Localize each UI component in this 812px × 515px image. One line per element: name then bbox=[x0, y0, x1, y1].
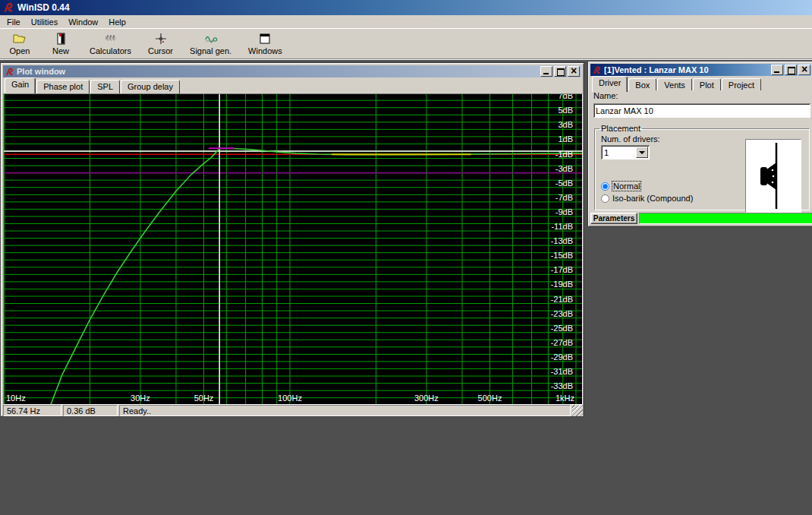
svg-text:-23dB: -23dB bbox=[551, 309, 573, 318]
plot-window-title: Plot window bbox=[17, 67, 540, 76]
svg-text:50Hz: 50Hz bbox=[194, 393, 214, 403]
name-label: Name: bbox=[593, 91, 618, 100]
svg-text:-11dB: -11dB bbox=[551, 222, 573, 231]
placement-legend: Placement bbox=[600, 124, 642, 133]
plot-window-title-bar[interactable]: Plot window bbox=[3, 65, 581, 77]
status-message: Ready.. bbox=[119, 405, 571, 416]
svg-text:1kHz: 1kHz bbox=[555, 393, 574, 403]
windows-button[interactable]: Windows bbox=[244, 30, 287, 58]
driver-window-icon bbox=[592, 65, 602, 75]
placement-groupbox: Placement Num. of drivers: 1 Normal Iso-… bbox=[594, 124, 810, 210]
new-label: New bbox=[52, 46, 69, 55]
toolbar: Open New Calculators Cursor Signal g bbox=[0, 28, 812, 58]
open-folder-icon bbox=[12, 32, 27, 46]
svg-text:-17dB: -17dB bbox=[551, 265, 573, 274]
driver-name-input[interactable] bbox=[593, 103, 810, 118]
svg-text:10Hz: 10Hz bbox=[6, 393, 26, 403]
parameters-row: Parameters bbox=[590, 213, 812, 224]
svg-text:-7dB: -7dB bbox=[555, 193, 573, 202]
driver-close-button[interactable] bbox=[798, 65, 810, 75]
tab-spl[interactable]: SPL bbox=[90, 80, 120, 93]
plot-close-button[interactable] bbox=[568, 66, 580, 77]
gain-response bbox=[51, 148, 582, 404]
svg-text:-9dB: -9dB bbox=[555, 207, 573, 216]
new-button[interactable]: New bbox=[44, 30, 77, 58]
open-label: Open bbox=[10, 46, 30, 55]
menu-file[interactable]: File bbox=[2, 17, 26, 27]
menu-window[interactable]: Window bbox=[63, 17, 103, 27]
calculators-label: Calculators bbox=[90, 46, 131, 55]
radio-isobarik[interactable] bbox=[601, 194, 609, 203]
tab-driver[interactable]: Driver bbox=[592, 76, 628, 92]
svg-text:-5dB: -5dB bbox=[555, 179, 573, 188]
app-icon bbox=[2, 2, 14, 14]
driver-tab-bar: Driver Box Vents Plot Project bbox=[590, 76, 812, 92]
gain-plot-chart[interactable]: 7dB5dB3dB1dB-1dB-3dB-5dB-7dB-9dB-11dB-13… bbox=[4, 94, 582, 404]
cursor-level-readout: 0.36 dB bbox=[63, 405, 118, 416]
placement-picture bbox=[745, 139, 801, 213]
plot-minimize-button[interactable] bbox=[540, 66, 552, 77]
parameters-button[interactable]: Parameters bbox=[590, 213, 637, 224]
radio-normal-row[interactable]: Normal bbox=[601, 182, 640, 191]
app-title: WinISD 0.44 bbox=[17, 2, 70, 13]
svg-text:-15dB: -15dB bbox=[551, 251, 573, 260]
speaker-baffle-icon bbox=[746, 140, 801, 212]
driver-window[interactable]: [1]Vented : Lanzar MAX 10 Driver Box Ven… bbox=[587, 61, 812, 227]
svg-text:300Hz: 300Hz bbox=[414, 393, 439, 403]
tab-gain[interactable]: Gain bbox=[5, 77, 36, 93]
num-drivers-combobox[interactable]: 1 bbox=[601, 145, 650, 160]
windows-label: Windows bbox=[248, 46, 282, 55]
svg-text:-1dB: -1dB bbox=[555, 150, 573, 159]
plot-maximize-button[interactable] bbox=[554, 66, 566, 77]
menu-help[interactable]: Help bbox=[103, 17, 131, 27]
cursor-label: Cursor bbox=[148, 46, 173, 55]
driver-tab-page: Name: Placement Num. of drivers: 1 Norma… bbox=[590, 90, 812, 226]
radio-normal-label: Normal bbox=[612, 182, 640, 191]
signal-gen-button[interactable]: Signal gen. bbox=[185, 30, 236, 58]
svg-text:-3dB: -3dB bbox=[555, 164, 573, 173]
svg-text:-27dB: -27dB bbox=[551, 338, 573, 347]
signal-generator-icon bbox=[203, 32, 219, 46]
num-drivers-label: Num. of drivers: bbox=[601, 134, 660, 144]
radio-normal[interactable] bbox=[601, 182, 609, 191]
gain-plot-area[interactable]: 7dB5dB3dB1dB-1dB-3dB-5dB-7dB-9dB-11dB-13… bbox=[3, 93, 583, 405]
menu-utilities[interactable]: Utilities bbox=[26, 17, 63, 27]
svg-text:7dB: 7dB bbox=[558, 94, 573, 100]
new-document-icon bbox=[53, 32, 68, 46]
svg-text:-33dB: -33dB bbox=[551, 381, 573, 390]
menu-bar: File Utilities Window Help bbox=[0, 15, 812, 28]
windows-icon bbox=[257, 32, 272, 46]
svg-text:-19dB: -19dB bbox=[551, 280, 573, 289]
main-title-bar[interactable]: WinISD 0.44 bbox=[0, 0, 812, 15]
svg-text:5dB: 5dB bbox=[558, 106, 573, 115]
calculators-icon bbox=[103, 32, 118, 46]
svg-text:1dB: 1dB bbox=[558, 134, 573, 144]
svg-text:-13dB: -13dB bbox=[551, 236, 573, 245]
resize-grip[interactable] bbox=[572, 405, 583, 416]
svg-text:500Hz: 500Hz bbox=[478, 393, 502, 403]
svg-text:-21dB: -21dB bbox=[551, 295, 573, 304]
parameters-progress-bar bbox=[639, 213, 812, 224]
radio-isobarik-row[interactable]: Iso-barik (Compound) bbox=[601, 194, 693, 203]
chevron-down-icon[interactable] bbox=[636, 147, 648, 158]
num-drivers-value: 1 bbox=[601, 148, 636, 157]
svg-text:-29dB: -29dB bbox=[551, 352, 573, 362]
cursor-button[interactable]: Cursor bbox=[143, 30, 178, 58]
cursor-crosshair-icon bbox=[153, 32, 168, 46]
calculators-button[interactable]: Calculators bbox=[85, 30, 136, 58]
radio-isobarik-label: Iso-barik (Compound) bbox=[612, 194, 693, 203]
plot-tab-bar: Gain Phase plot SPL Group delay bbox=[3, 77, 581, 93]
tab-group-delay[interactable]: Group delay bbox=[121, 80, 180, 93]
driver-maximize-button[interactable] bbox=[785, 65, 797, 75]
driver-window-title: [1]Vented : Lanzar MAX 10 bbox=[604, 65, 771, 74]
svg-text:100Hz: 100Hz bbox=[278, 393, 302, 403]
svg-text:3dB: 3dB bbox=[558, 120, 573, 129]
plot-window[interactable]: Plot window Gain Phase plot SPL Group de… bbox=[0, 62, 584, 417]
driver-window-title-bar[interactable]: [1]Vented : Lanzar MAX 10 bbox=[590, 64, 812, 76]
mdi-workspace: Plot window Gain Phase plot SPL Group de… bbox=[0, 60, 812, 515]
svg-text:-31dB: -31dB bbox=[551, 367, 573, 376]
driver-minimize-button[interactable] bbox=[771, 65, 783, 75]
svg-text:30Hz: 30Hz bbox=[131, 393, 150, 403]
open-button[interactable]: Open bbox=[3, 30, 36, 58]
tab-phase-plot[interactable]: Phase plot bbox=[36, 80, 90, 93]
